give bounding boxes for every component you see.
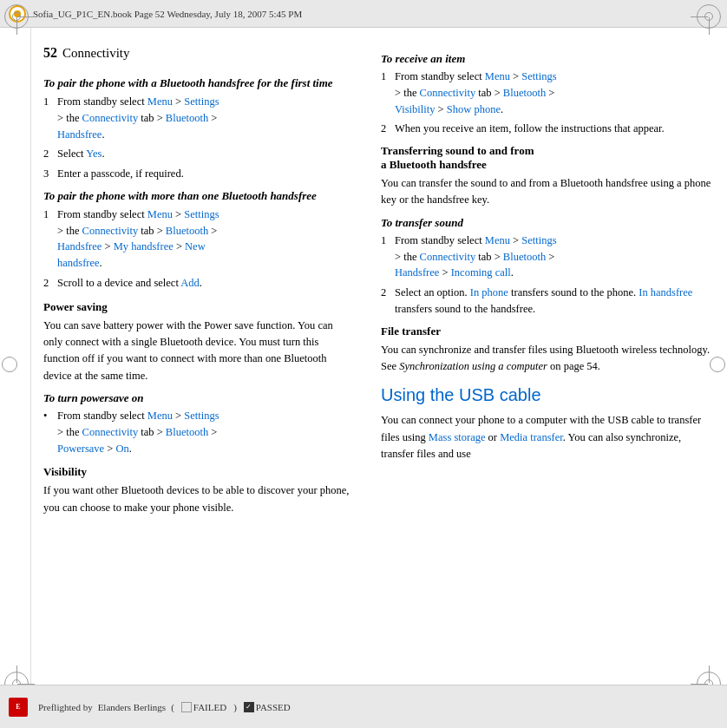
footer-bar: E Preflighted by Elanders Berlings ( FAI… — [0, 685, 727, 728]
menu-link: Menu — [147, 95, 173, 108]
section2-heading: To pair the phone with more than one Blu… — [43, 189, 350, 203]
transfer-sound-body: You can transfer the sound to and from a… — [381, 175, 714, 209]
menu-link3: Menu — [147, 410, 173, 422]
power-saving-body: You can save battery power with the Powe… — [43, 318, 350, 385]
failed-label: FAILED — [193, 702, 226, 712]
step-num: 2 — [381, 285, 391, 318]
step-2-transfer: 2 Select an option. In phone transfers s… — [381, 285, 714, 318]
handsfree-link3: Handsfree — [395, 266, 439, 279]
powersave-link: Powersave — [57, 443, 104, 455]
media-transfer-link: Media transfer — [500, 431, 563, 443]
left-column: 52 Connectivity To pair the phone with a… — [0, 28, 364, 685]
new-link: New — [185, 240, 206, 253]
right-column: To receive an item 1 From standby select… — [364, 28, 727, 685]
powersave-heading: To turn powersave on — [43, 391, 350, 405]
powersave-bullet: • From standby select Menu > Settings > … — [43, 408, 350, 456]
handsfree-link: Handsfree — [57, 128, 102, 141]
step-text: From standby select Menu > Settings > th… — [395, 233, 714, 281]
step-text: When you receive an item, follow the ins… — [395, 121, 714, 137]
connectivity-link2: Connectivity — [82, 225, 139, 237]
company-name: Elanders Berlings — [98, 702, 167, 712]
step-num: 2 — [43, 146, 54, 162]
mass-storage-link: Mass storage — [429, 431, 486, 443]
settings-link5: Settings — [521, 234, 556, 246]
bluetooth-link5: Bluetooth — [503, 251, 546, 263]
file-transfer-heading: File transfer — [381, 325, 714, 338]
page-number-area: 52 Connectivity — [43, 45, 350, 61]
step-text: Select an option. In phone transfers sou… — [395, 285, 714, 318]
step-text: From standby select Menu > Settings > th… — [395, 69, 714, 117]
settings-link: Settings — [184, 95, 219, 108]
corner-circle-tl — [4, 4, 29, 29]
connectivity-link: Connectivity — [82, 112, 139, 124]
visibility-heading: Visibility — [43, 465, 350, 479]
corner-tl — [4, 4, 30, 30]
powersave-text: From standby select Menu > Settings > th… — [57, 408, 219, 456]
step-1-pair-more: 1 From standby select Menu > Settings > … — [43, 207, 350, 272]
header-bar: Sofia_UG_P1C_EN.book Page 52 Wednesday, … — [0, 0, 727, 28]
receive-item-heading: To receive an item — [381, 52, 714, 66]
transfer-sound-heading: To transfer sound — [381, 216, 714, 230]
step-text: Enter a passcode, if required. — [57, 166, 350, 182]
section1-heading: To pair the phone with a Bluetooth hands… — [43, 76, 350, 90]
corner-h-line-tr — [691, 16, 708, 17]
usb-cable-heading: Using the USB cable — [381, 385, 714, 405]
step-1-transfer: 1 From standby select Menu > Settings > … — [381, 233, 714, 281]
page-section: Connectivity — [62, 46, 130, 61]
in-phone-link: In phone — [470, 286, 508, 298]
my-handsfree-link: My handsfree — [114, 240, 174, 253]
footer-text: Preflighted by Elanders Berlings ( FAILE… — [38, 702, 291, 712]
passed-checkbox: ✓ PASSED — [244, 702, 291, 712]
failed-checkbox-box — [181, 702, 192, 712]
visibility-link: Visibility — [395, 103, 435, 115]
bluetooth-link4: Bluetooth — [503, 87, 546, 99]
file-transfer-body: You can synchronize and transfer files u… — [381, 342, 714, 376]
footer-checkboxes: ( FAILED ) ✓ PASSED — [171, 702, 291, 712]
step-1-pair-first: 1 From standby select Menu > Settings > … — [43, 94, 350, 142]
settings-link2: Settings — [184, 208, 219, 220]
menu-link2: Menu — [147, 208, 173, 220]
transfer-sound-section-heading: Transferring sound to and froma Bluetoot… — [381, 144, 714, 172]
step-2-receive: 2 When you receive an item, follow the i… — [381, 121, 714, 137]
usb-cable-body: You can connect your phone to a computer… — [381, 412, 714, 462]
on-link: On — [115, 443, 128, 455]
corner-h-line-tl — [17, 16, 35, 17]
settings-link3: Settings — [184, 410, 219, 422]
visibility-body: If you want other Bluetooth devices to b… — [43, 482, 350, 516]
content-area: 52 Connectivity To pair the phone with a… — [0, 28, 727, 685]
step-num: 3 — [43, 166, 54, 182]
passed-checkbox-box: ✓ — [244, 702, 254, 712]
show-phone-link: Show phone — [447, 103, 501, 115]
step-num: 2 — [43, 275, 54, 292]
bullet-symbol: • — [43, 408, 52, 456]
connectivity-link3: Connectivity — [82, 426, 139, 438]
add-link: Add — [180, 277, 200, 289]
step-2-select-yes: 2 Select Yes. — [43, 146, 350, 162]
connectivity-link4: Connectivity — [420, 87, 476, 99]
step-2-scroll: 2 Scroll to a device and select Add. — [43, 275, 350, 292]
new-handsfree-link: handsfree — [57, 257, 100, 269]
yes-link: Yes — [86, 148, 102, 160]
step-num: 2 — [381, 121, 391, 137]
handsfree-link2: Handsfree — [57, 240, 102, 253]
menu-link5: Menu — [485, 234, 510, 246]
step-num: 1 — [43, 94, 54, 142]
bluetooth-link2: Bluetooth — [166, 225, 208, 237]
step-1-receive: 1 From standby select Menu > Settings > … — [381, 69, 714, 117]
step-text: Select Yes. — [57, 146, 350, 162]
page-container: Sofia_UG_P1C_EN.book Page 52 Wednesday, … — [0, 0, 727, 728]
menu-link4: Menu — [485, 70, 510, 82]
step-num: 1 — [381, 69, 391, 117]
in-handsfree-link: In handsfree — [639, 286, 692, 298]
bluetooth-link: Bluetooth — [166, 112, 208, 124]
open-paren: ( — [171, 702, 174, 712]
step-text: From standby select Menu > Settings > th… — [57, 94, 350, 142]
step-text: From standby select Menu > Settings > th… — [57, 207, 350, 272]
header-title: Sofia_UG_P1C_EN.book Page 52 Wednesday, … — [33, 9, 302, 19]
close-paren: ) — [233, 702, 237, 712]
bluetooth-link3: Bluetooth — [166, 426, 208, 438]
failed-checkbox: FAILED — [181, 702, 226, 712]
footer-logo-img: E — [9, 698, 28, 717]
power-saving-heading: Power saving — [43, 300, 350, 314]
step-num: 1 — [381, 233, 391, 281]
